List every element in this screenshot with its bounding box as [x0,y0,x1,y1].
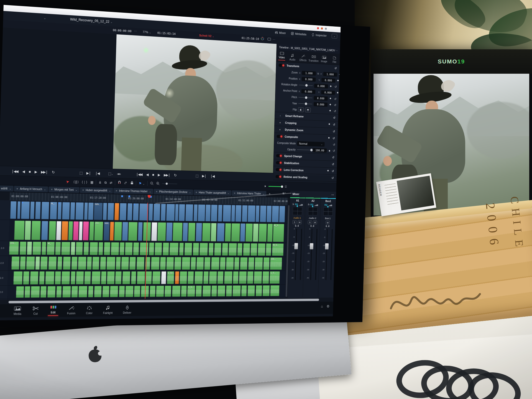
timeline-step-back-button[interactable]: ◀ [146,172,148,177]
timeline-clip[interactable] [27,242,32,255]
timeline-clip[interactable] [258,243,265,256]
timeline-clip[interactable] [267,224,273,242]
timeline-clip[interactable] [110,286,118,297]
fader[interactable]: 0-5-10-15-20-30-40 [288,227,305,283]
section-dot-icon[interactable]: ● [277,128,283,131]
section-toggle[interactable] [277,135,283,138]
timeline-clip[interactable] [180,271,187,284]
page-tab-edit[interactable]: Edit [50,305,57,316]
timeline-clip[interactable] [131,271,137,284]
timeline-clip[interactable] [89,221,94,241]
timeline-clip[interactable] [87,257,92,270]
inspector-panel-button[interactable]: Inspector [311,33,327,37]
timeline-clip[interactable] [71,271,76,284]
timeline-clip[interactable] [78,257,86,270]
eq-button[interactable]: EQ [324,204,327,206]
timeline-clip[interactable] [76,271,84,284]
timeline-clip[interactable] [232,285,241,296]
value-x[interactable]: 0.000 [302,77,316,82]
timeline-clip[interactable] [40,286,47,298]
timeline-clip[interactable] [21,201,30,219]
section-toggle[interactable] [278,64,285,67]
timeline-clip[interactable] [101,271,106,284]
timeline-clip[interactable] [255,257,263,270]
timeline-stop-button[interactable]: ■ [152,173,154,177]
inspector-options-icon[interactable]: ⋯ [335,49,338,52]
timeline-clip[interactable] [30,271,39,285]
timeline-clip[interactable] [149,204,153,221]
timeline-clip[interactable] [237,243,242,256]
timeline-clip-name[interactable]: Schnit V2 ⌄ [199,34,214,38]
timeline-clip[interactable] [211,257,219,270]
timeline-clip[interactable] [161,271,166,284]
timeline-clip[interactable] [250,243,257,256]
source-step-back-button[interactable]: ◀ [22,169,24,173]
selection-tool-icon[interactable]: ➤ [65,179,70,185]
timeline-clip[interactable] [150,286,155,297]
chevron-down-icon[interactable]: ⌄ [44,188,46,191]
fader-handle[interactable] [310,243,313,249]
timeline-clip[interactable] [245,223,253,242]
timeline-clip[interactable] [57,257,62,270]
slider[interactable] [299,85,313,86]
project-settings-gear-icon[interactable]: ⚙ [326,304,329,308]
match-frame-icon[interactable]: ❘◀ [95,171,99,175]
timeline-clip[interactable] [196,257,204,270]
timeline-clip[interactable] [170,243,179,255]
link-xy-icon[interactable]: ⧉ [317,72,319,75]
timeline-clip[interactable] [120,242,125,255]
page-tab-media[interactable]: Media [14,306,22,315]
timeline-clip[interactable] [179,204,185,221]
timeline-clip[interactable] [13,271,23,285]
opacity-slider[interactable] [297,149,311,150]
timeline-clip[interactable] [229,243,237,255]
keyframe-icon[interactable]: ◆ [327,169,329,173]
timeline-clip[interactable] [188,223,195,241]
timeline-tab[interactable]: ✕Interview Hans Thaler⌄ [232,190,266,196]
timeline-clip[interactable] [263,285,270,296]
section-toggle[interactable] [276,161,282,164]
track-header-a3[interactable]: 2.0 [0,270,8,286]
timeline-clip[interactable]: 1_02... [167,271,174,284]
keyframe-icon[interactable]: ◆ [329,85,332,88]
timeline-clip[interactable] [56,221,62,240]
reset-icon[interactable]: ↺ [332,149,336,153]
reset-icon[interactable]: ↺ [333,109,337,113]
timeline-clip[interactable] [114,203,119,220]
timeline-clip[interactable]: ZO... [94,222,103,241]
fader[interactable]: 0-5-10-15-20-30-40 [303,228,320,283]
timeline-clip[interactable] [98,242,103,255]
timeline-clip[interactable] [204,257,211,270]
reset-icon[interactable]: ↺ [334,66,337,70]
timeline-clip[interactable] [88,286,94,297]
timeline-clip[interactable] [62,286,71,297]
page-tab-fairlight[interactable]: Fairlight [103,305,113,314]
timeline-clip[interactable] [195,271,203,284]
eq-button[interactable]: EQ [310,203,313,206]
timeline-clip[interactable] [83,242,89,255]
timeline-clip[interactable] [107,203,114,220]
timeline-clip[interactable] [45,271,54,284]
fader-handle[interactable] [325,243,329,249]
timeline-clip[interactable] [55,242,61,255]
timeline-clip[interactable] [119,203,127,220]
track-a3[interactable]: 1_02...1_S... [7,270,286,286]
reset-icon[interactable]: ↺ [331,176,334,180]
keyframe-icon[interactable]: ◆ [329,109,331,113]
timeline-clip[interactable] [17,201,21,219]
timeline-clip[interactable] [151,257,159,270]
page-tab-cut[interactable]: Cut [32,306,39,315]
mixer-strip-bus1[interactable]: Bus1EQ▁▃▅Bus 1M0.00-5-10-15-20-30-40 [318,198,336,297]
insert-clip-icon[interactable]: ⇊ [99,181,101,185]
overwrite-clip-icon[interactable]: ⧉ [104,181,107,185]
options-dots-icon[interactable]: ⋯ [134,29,137,33]
timeline-clip[interactable] [20,242,27,255]
timeline-clip[interactable] [63,257,71,270]
project-home-icon[interactable]: ⌂ [321,304,323,308]
timeline-clip[interactable] [242,205,247,222]
timeline-clip[interactable] [151,222,157,241]
timeline-clip[interactable] [270,285,279,296]
fx-icon[interactable]: fx [293,203,294,205]
solo-button[interactable]: S [308,220,312,224]
section-toggle[interactable] [276,168,282,171]
